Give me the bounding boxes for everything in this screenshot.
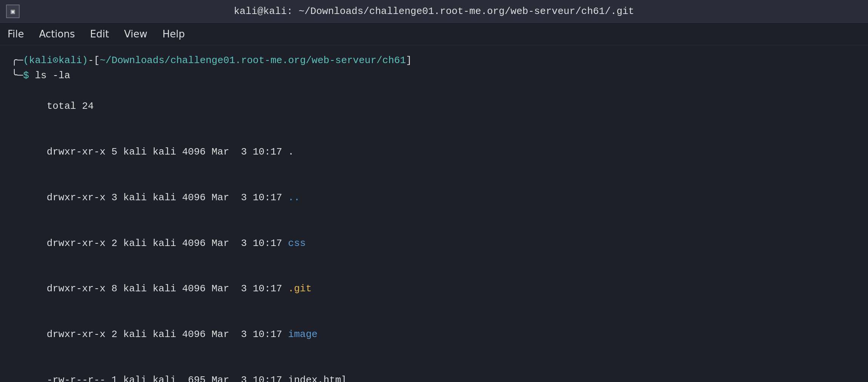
ls-row-3: drwxr-xr-x 8 kali kali 4096 Mar 3 10:17 … — [11, 266, 857, 312]
menu-file[interactable]: File — [8, 28, 24, 40]
ls-row-0: drwxr-xr-x 5 kali kali 4096 Mar 3 10:17 … — [11, 129, 857, 175]
menu-view[interactable]: View — [124, 28, 148, 40]
title-bar: ▣ kali@kali: ~/Downloads/challenge01.roo… — [0, 0, 868, 23]
menu-edit[interactable]: Edit — [90, 28, 109, 40]
ls-total: total 24 — [11, 84, 857, 129]
prompt-1-command: ╰─$ ls -la — [11, 68, 857, 83]
ls-row-5: -rw-r--r-- 1 kali kali 695 Mar 3 10:17 i… — [11, 357, 857, 382]
ls-row-1: drwxr-xr-x 3 kali kali 4096 Mar 3 10:17 … — [11, 175, 857, 220]
prompt-1: ╭─(kali⊙kali)-[~/Downloads/challenge01.r… — [11, 53, 857, 68]
menu-bar: File Actions Edit View Help — [0, 23, 868, 45]
menu-actions[interactable]: Actions — [39, 28, 75, 40]
menu-help[interactable]: Help — [163, 28, 185, 40]
terminal-body[interactable]: ╭─(kali⊙kali)-[~/Downloads/challenge01.r… — [0, 45, 868, 382]
ls-row-2: drwxr-xr-x 2 kali kali 4096 Mar 3 10:17 … — [11, 220, 857, 266]
terminal-window: ▣ kali@kali: ~/Downloads/challenge01.roo… — [0, 0, 868, 382]
ls-row-4: drwxr-xr-x 2 kali kali 4096 Mar 3 10:17 … — [11, 312, 857, 357]
terminal-icon: ▣ — [6, 5, 20, 18]
window-title: kali@kali: ~/Downloads/challenge01.root-… — [234, 6, 634, 17]
